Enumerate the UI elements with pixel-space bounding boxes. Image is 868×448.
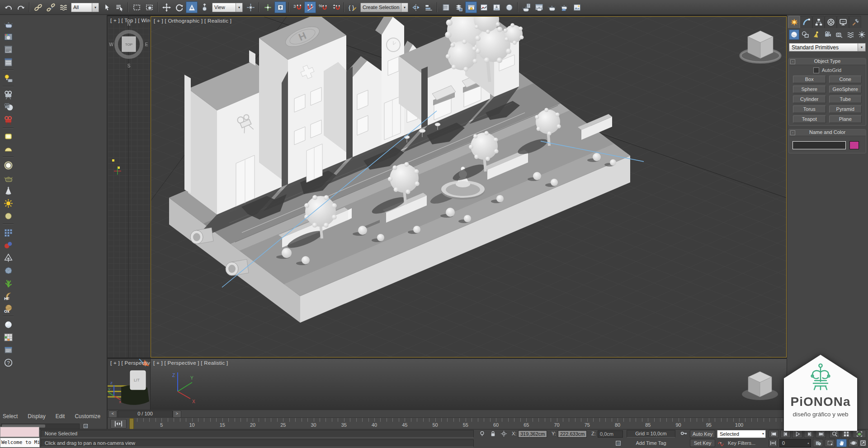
primitive-button-teapot[interactable]: Teapot xyxy=(793,115,826,123)
viewport-main[interactable]: [ + ] [ Orthographic ] [ Realistic ] xyxy=(151,16,787,357)
selset-dropdown[interactable]: Create Selection Se▾ xyxy=(360,3,408,12)
key-filters-button[interactable]: Key Filters... xyxy=(728,439,755,447)
auto-key-button[interactable]: Auto Key xyxy=(690,430,715,438)
toolbar-wincross-icon[interactable] xyxy=(143,1,155,13)
primitive-button-tube[interactable]: Tube xyxy=(829,95,862,103)
x-coordinate-field[interactable]: 319,362cm xyxy=(518,430,547,438)
key-mode-toggle-button[interactable] xyxy=(769,439,778,447)
toolbar-manip-icon[interactable] xyxy=(262,1,274,13)
toolbar-rlast-icon[interactable] xyxy=(571,1,583,13)
set-key-button[interactable]: Set Key xyxy=(690,439,715,447)
primitive-button-plane[interactable]: Plane xyxy=(829,115,862,123)
viewport-band-label[interactable]: [ + ] [ Perspective ] [ Realistic ] xyxy=(153,360,228,366)
lefttb-lt_teapot-icon[interactable] xyxy=(2,18,14,30)
toolbar-place-icon[interactable] xyxy=(198,1,210,13)
category-systems[interactable] xyxy=(857,29,867,40)
toolbar-unlink-icon[interactable] xyxy=(45,1,57,13)
lefttb-lt_wireteapot-icon[interactable] xyxy=(2,172,14,184)
isolate-toggle-icon[interactable] xyxy=(477,430,486,438)
menu-customize[interactable]: Customize xyxy=(75,413,100,421)
lefttb-lt_rfw-icon[interactable] xyxy=(2,31,14,43)
primitive-category-dropdown[interactable]: Standard Primitives▾ xyxy=(789,43,866,52)
primitive-button-cone[interactable]: Cone xyxy=(829,76,862,83)
lefttb-lt_grass-icon[interactable] xyxy=(2,277,14,289)
zoom-extents-button[interactable] xyxy=(853,430,866,438)
toolbar-undo-icon[interactable] xyxy=(2,1,14,13)
viewport-top-label[interactable]: [ + ] [ Top ] [ Wireframe ] xyxy=(110,18,150,23)
toolbar-redo-icon[interactable] xyxy=(15,1,27,13)
lefttb-lt_particles-icon[interactable] xyxy=(2,226,14,238)
absolute-offset-toggle-icon[interactable] xyxy=(499,430,508,438)
category-shapes[interactable] xyxy=(800,29,811,40)
z-coordinate-field[interactable]: 0,0cm xyxy=(598,430,623,438)
tab-display[interactable] xyxy=(837,16,849,28)
toolbar-scale-icon[interactable] xyxy=(186,1,198,13)
toolbar-link-icon[interactable] xyxy=(32,1,44,13)
toolbar-layerexp-icon[interactable] xyxy=(453,1,464,13)
add-time-tag[interactable]: Add Time Tag xyxy=(627,439,675,447)
keying-mode-dropdown[interactable]: Selected▾ xyxy=(717,430,766,438)
tab-motion[interactable] xyxy=(825,16,837,28)
lefttb-lt_camred-icon[interactable] xyxy=(2,114,14,126)
menu-select[interactable]: Select xyxy=(3,413,18,421)
category-geometry[interactable] xyxy=(789,29,799,40)
refcoord-dropdown[interactable]: View▾ xyxy=(212,3,243,12)
name-color-header[interactable]: -Name and Color xyxy=(789,129,866,136)
toolbar-move-icon[interactable] xyxy=(160,1,172,13)
viewport-perspective-band[interactable]: [ + ] [ Perspective ] [ Realistic ] Z Y … xyxy=(151,359,787,410)
toolbar-snappct-icon[interactable]: % xyxy=(317,1,329,13)
track-bar[interactable]: 0510152025303540455055606570758085909510… xyxy=(108,417,787,429)
lefttb-lt_arealight-icon[interactable] xyxy=(2,130,14,142)
toolbar-pivot-icon[interactable] xyxy=(245,1,256,13)
toolbar-ribbon-icon[interactable] xyxy=(465,1,477,13)
object-name-field[interactable] xyxy=(793,141,846,149)
primitive-button-geosphere[interactable]: GeoSphere xyxy=(829,86,862,93)
go-to-end-button[interactable] xyxy=(816,430,826,438)
key-filters-curve-icon[interactable] xyxy=(716,439,725,447)
lefttb-lt_rdialog-icon[interactable] xyxy=(2,56,14,68)
y-coordinate-field[interactable]: 222,633cm xyxy=(558,430,587,438)
toolbar-schematic-icon[interactable] xyxy=(491,1,502,13)
toolbar-kbshort-icon[interactable] xyxy=(274,1,286,13)
tab-hierarchy[interactable] xyxy=(812,16,825,28)
explorer-window-icon[interactable] xyxy=(82,423,89,429)
viewport-perspective-small[interactable]: [ + ] [ Perspective ] LIT Z Y X xyxy=(108,359,150,410)
lefttb-lt_camball-icon[interactable] xyxy=(2,101,14,113)
lefttb-lt_dome-icon[interactable] xyxy=(2,143,14,155)
category-cameras[interactable] xyxy=(823,29,833,40)
selection-region-button[interactable] xyxy=(825,439,835,447)
time-slider-value[interactable]: 0 / 100 xyxy=(118,410,173,418)
maximize-viewport-button[interactable] xyxy=(859,439,867,447)
go-to-start-button[interactable] xyxy=(769,430,779,438)
frame-forward-button[interactable]: > xyxy=(173,410,181,418)
autogrid-checkbox[interactable] xyxy=(813,67,819,73)
time-configuration-button[interactable] xyxy=(813,439,823,447)
toolbar-bind-icon[interactable] xyxy=(57,1,69,13)
primitive-button-cylinder[interactable]: Cylinder xyxy=(793,95,826,103)
maxscript-listener[interactable]: Welcome to Mi xyxy=(0,438,40,448)
lefttb-lt_lister-icon[interactable] xyxy=(2,72,14,84)
lefttb-lt_omni-icon[interactable] xyxy=(2,159,14,171)
orbit-button[interactable] xyxy=(848,439,859,447)
next-frame-button[interactable] xyxy=(804,430,814,438)
macro-recorder-pane[interactable] xyxy=(0,427,39,437)
lefttb-lt_sun-icon[interactable] xyxy=(2,197,14,209)
toolbar-curveed-icon[interactable] xyxy=(478,1,490,13)
primitive-button-pyramid[interactable]: Pyramid xyxy=(829,105,862,113)
filter-dropdown[interactable]: All▾ xyxy=(71,3,99,12)
lefttb-lt_rock-icon[interactable] xyxy=(2,264,14,276)
lefttb-lt_warp-icon[interactable] xyxy=(2,252,14,263)
toolbar-rprod-icon[interactable] xyxy=(546,1,557,13)
pan-view-button[interactable] xyxy=(836,439,847,447)
lefttb-lt_table-icon[interactable] xyxy=(2,331,14,343)
time-slider-handle[interactable] xyxy=(129,418,134,429)
toolbar-snap3-icon[interactable]: 3 xyxy=(292,1,303,13)
category-spacewarps[interactable] xyxy=(845,29,856,40)
viewport-top[interactable]: [ + ] [ Top ] [ Wireframe ] TOP N W E S xyxy=(108,16,150,357)
toolbar-rfw-icon[interactable] xyxy=(533,1,545,13)
zoom-all-button[interactable] xyxy=(841,430,851,438)
toolbar-rcloud-icon[interactable] xyxy=(558,1,570,13)
viewport-main-label[interactable]: [ + ] [ Orthographic ] [ Realistic ] xyxy=(154,18,231,24)
lefttb-lt_panel-icon[interactable] xyxy=(2,344,14,356)
object-type-header[interactable]: -Object Type xyxy=(789,58,866,65)
